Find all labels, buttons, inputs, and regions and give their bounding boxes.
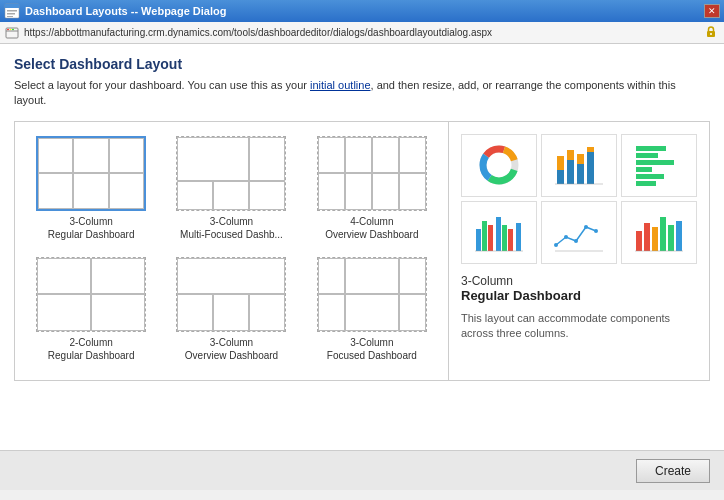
svg-rect-27 [636, 146, 666, 151]
thumb-cell [73, 173, 108, 209]
address-text: https://abbottmanufacturing.crm.dynamics… [24, 27, 700, 38]
svg-rect-39 [516, 223, 521, 251]
chart-groupedbar [461, 201, 537, 264]
thumb-cell [372, 137, 399, 174]
webpage-icon [4, 3, 20, 19]
page-title: Select Dashboard Layout [14, 56, 710, 72]
thumb-cell [109, 138, 144, 174]
thumb-cell [318, 173, 345, 210]
layout-item-4col-overview[interactable]: 4-ColumnOverview Dashboard [306, 132, 438, 245]
layout-label-2col-regular: 2-ColumnRegular Dashboard [48, 336, 135, 362]
preview-description: This layout can accommodate components a… [461, 311, 697, 342]
layout-item-3col-regular[interactable]: 3-ColumnRegular Dashboard [25, 132, 157, 245]
layout-thumb-3col-focused [317, 257, 427, 332]
preview-name: 3-Column Regular Dashboard [461, 274, 697, 303]
thumb-cell [249, 181, 285, 210]
layout-item-3col-overview[interactable]: 3-ColumnOverview Dashboard [165, 253, 297, 366]
chart-colorcol [621, 201, 697, 264]
layout-label-4col-overview: 4-ColumnOverview Dashboard [325, 215, 418, 241]
layout-item-2col-regular[interactable]: 2-ColumnRegular Dashboard [25, 253, 157, 366]
thumb-cell [91, 294, 145, 331]
bottom-bar: Create [0, 450, 724, 490]
thumb-cell [399, 137, 426, 174]
chart-bar1 [541, 134, 617, 197]
thumb-cell [213, 181, 249, 210]
title-bar-left: Dashboard Layouts -- Webpage Dialog [4, 3, 227, 19]
title-bar-text: Dashboard Layouts -- Webpage Dialog [25, 5, 227, 17]
preview-panel: 3-Column Regular Dashboard This layout c… [449, 122, 709, 380]
thumb-cell [399, 173, 426, 210]
layout-label-3col-multifocused: 3-ColumnMulti-Focused Dashb... [180, 215, 283, 241]
address-bar: https://abbottmanufacturing.crm.dynamics… [0, 22, 724, 44]
chart-line [541, 201, 617, 264]
create-button[interactable]: Create [636, 459, 710, 483]
svg-point-17 [490, 156, 508, 174]
chart-hbar [621, 134, 697, 197]
layout-label-3col-focused: 3-ColumnFocused Dashboard [327, 336, 417, 362]
layout-item-3col-multifocused[interactable]: 3-ColumnMulti-Focused Dashb... [165, 132, 297, 245]
preview-charts [461, 134, 697, 264]
svg-rect-24 [577, 154, 584, 164]
svg-point-44 [584, 225, 588, 229]
svg-rect-19 [567, 160, 574, 184]
layout-label-3col-regular: 3-ColumnRegular Dashboard [48, 215, 135, 241]
page-description: Select a layout for your dashboard. You … [14, 78, 710, 109]
svg-point-8 [10, 28, 12, 30]
thumb-cell [318, 137, 345, 174]
thumb-cell [318, 258, 345, 295]
thumb-cell [177, 137, 249, 181]
svg-rect-20 [577, 164, 584, 184]
thumb-cell [399, 294, 426, 331]
thumb-cell [249, 294, 285, 331]
thumb-cell [38, 138, 73, 174]
layout-thumb-3col-overview [176, 257, 286, 332]
layout-thumb-4col-overview [317, 136, 427, 211]
svg-point-42 [564, 235, 568, 239]
svg-rect-28 [636, 153, 658, 158]
svg-rect-2 [7, 10, 17, 12]
layout-label-3col-overview: 3-ColumnOverview Dashboard [185, 336, 278, 362]
svg-point-7 [7, 28, 9, 30]
highlight-text: initial outline [310, 79, 371, 91]
thumb-cell [109, 173, 144, 209]
thumb-cell [177, 181, 213, 210]
layout-thumb-2col-regular [36, 257, 146, 332]
svg-rect-47 [636, 231, 642, 251]
svg-rect-1 [5, 4, 19, 8]
thumb-cell [213, 294, 249, 331]
svg-rect-25 [587, 147, 594, 152]
svg-rect-48 [644, 223, 650, 251]
thumb-cell [345, 173, 372, 210]
thumb-cell [249, 137, 285, 181]
title-bar: Dashboard Layouts -- Webpage Dialog ✕ [0, 0, 724, 22]
thumb-cell [37, 258, 91, 295]
svg-rect-38 [508, 229, 513, 251]
svg-rect-51 [668, 225, 674, 251]
svg-rect-31 [636, 174, 664, 179]
svg-rect-34 [482, 221, 487, 251]
svg-rect-3 [7, 13, 15, 15]
browser-icon [4, 25, 20, 41]
title-bar-controls[interactable]: ✕ [704, 4, 720, 18]
svg-point-9 [12, 28, 14, 30]
svg-rect-35 [488, 225, 493, 251]
preview-name-line1: 3-Column [461, 274, 513, 288]
thumb-cell [345, 137, 372, 174]
svg-point-41 [554, 243, 558, 247]
svg-rect-22 [557, 156, 564, 170]
thumb-cell [177, 258, 285, 295]
thumb-cell [399, 258, 426, 295]
svg-rect-18 [557, 170, 564, 184]
thumb-cell [318, 294, 345, 331]
svg-rect-32 [636, 181, 656, 186]
svg-point-11 [710, 33, 712, 35]
layout-area: 3-ColumnRegular Dashboard 3-ColumnMulti-… [14, 121, 710, 381]
svg-rect-4 [7, 16, 13, 17]
layout-item-3col-focused[interactable]: 3-ColumnFocused Dashboard [306, 253, 438, 366]
close-button[interactable]: ✕ [704, 4, 720, 18]
svg-rect-50 [660, 217, 666, 251]
svg-rect-23 [567, 150, 574, 160]
svg-rect-21 [587, 152, 594, 184]
chart-donut [461, 134, 537, 197]
preview-name-line2: Regular Dashboard [461, 288, 697, 303]
